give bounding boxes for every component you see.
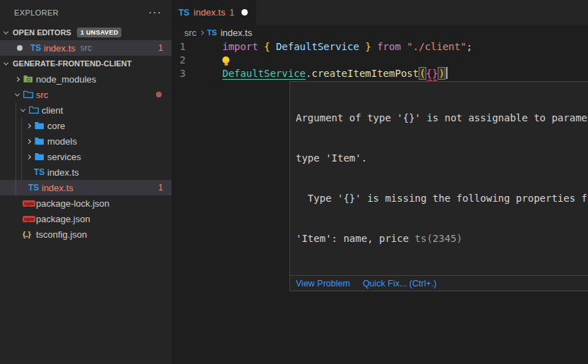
unsaved-badge: 1 UNSAVED [77, 28, 122, 37]
tree-item-index-ts-src[interactable]: TS index.ts 1 [0, 180, 172, 195]
node-modules-folder-icon [23, 73, 36, 85]
module-string: "./client" [407, 41, 466, 52]
tree-item-label: models [47, 136, 77, 147]
paren-close: ) [438, 67, 445, 80]
indent-guide [16, 102, 16, 195]
tree-item-label: src [36, 90, 48, 100]
tree-item-label: node_modules [36, 74, 96, 85]
open-editor-path: src [80, 43, 92, 53]
breadcrumb: src TS index.ts [172, 25, 588, 40]
tab-error-count: 1 [229, 8, 234, 18]
workspace-label: GENERATE-FRONTEND-CLIENT [13, 59, 131, 68]
tree-item-services[interactable]: services [0, 149, 172, 164]
typescript-file-icon: TS [30, 43, 44, 53]
brace-open: { [264, 41, 276, 52]
tree-item-index-ts-client[interactable]: TS index.ts [0, 164, 172, 180]
quick-fix-link[interactable]: Quick Fix... (Ctrl+.) [363, 279, 437, 289]
more-actions-icon[interactable]: ··· [148, 9, 162, 16]
tree-item-package-lock-json[interactable]: npm package-lock.json [0, 195, 172, 211]
semicolon: ; [467, 41, 472, 52]
open-editors-label: OPEN EDITORS [13, 28, 71, 37]
tree-item-tsconfig-json[interactable]: {..} tsconfig.json [0, 226, 172, 242]
lightbulb-icon[interactable] [222, 56, 229, 63]
error-message-line: Argument of type '{}' is not assignable … [296, 111, 588, 125]
code-line-content: import { DefaultService } from "./client… [186, 40, 472, 54]
chevron-right-icon[interactable] [23, 124, 34, 128]
import-identifier: DefaultService [276, 41, 359, 52]
unsaved-dot-icon[interactable] [241, 9, 248, 16]
breadcrumb-file[interactable]: index.ts [220, 28, 252, 38]
empty-object-arg: {} [426, 68, 438, 79]
service-identifier[interactable]: DefaultService [222, 68, 306, 79]
tree-item-label: core [47, 121, 65, 131]
line-number: 3 [172, 67, 186, 80]
typescript-file-icon: TS [179, 8, 189, 18]
open-editors-section-header[interactable]: OPEN EDITORS 1 UNSAVED [0, 25, 172, 40]
tree-item-models[interactable]: models [0, 133, 172, 149]
folder-icon [34, 135, 47, 147]
workspace-section-header[interactable]: GENERATE-FRONTEND-CLIENT [0, 56, 172, 71]
tree-item-label: client [42, 105, 63, 116]
modified-indicator-dot [156, 92, 162, 97]
tree-item-client[interactable]: client [0, 102, 172, 118]
breadcrumb-folder[interactable]: src [184, 28, 196, 38]
error-count-badge: 1 [158, 183, 172, 193]
error-message: Argument of type '{}' is not assignable … [290, 82, 588, 275]
code-line-content [186, 54, 229, 67]
brace-close: } [359, 41, 377, 52]
npm-file-icon: npm [23, 216, 36, 222]
error-count-badge: 1 [158, 43, 172, 53]
folder-icon [34, 120, 47, 131]
chevron-down-icon[interactable] [11, 93, 23, 97]
typescript-file-icon: TS [28, 183, 42, 193]
tree-item-package-json[interactable]: npm package.json [0, 211, 172, 226]
chevron-right-icon[interactable] [23, 155, 34, 159]
method-name: createItemItemPost [311, 68, 419, 79]
error-code: ts(2345) [415, 233, 462, 244]
code-line-1: 1 import { DefaultService } from "./clie… [172, 40, 588, 54]
code-line-3: 3 DefaultService.createItemItemPost({}) [172, 67, 588, 80]
tab-index-ts[interactable]: TS index.ts 1 [172, 0, 256, 25]
npm-icon-text: npm [23, 200, 35, 207]
code-editor[interactable]: 1 import { DefaultService } from "./clie… [172, 40, 588, 80]
folder-open-icon [23, 89, 36, 100]
modified-dot-icon[interactable] [17, 45, 30, 51]
keyword-from: from [377, 41, 407, 52]
tab-filename: index.ts [193, 7, 225, 18]
npm-file-icon: npm [23, 200, 36, 207]
json-config-file-icon: {..} [23, 230, 36, 238]
tree-item-label: package-lock.json [36, 198, 109, 209]
line-number: 1 [172, 40, 186, 54]
chevron-right-icon[interactable] [23, 140, 34, 143]
error-message-line: 'Item': name, price ts(2345) [296, 232, 588, 245]
tree-item-label: package.json [36, 214, 90, 224]
open-editor-filename: index.ts [44, 43, 76, 54]
tree-item-core[interactable]: core [0, 118, 172, 133]
open-editor-item-index-ts[interactable]: TS index.ts src 1 [0, 40, 172, 56]
view-problem-link[interactable]: View Problem [296, 279, 350, 289]
chevron-down-icon[interactable] [0, 31, 11, 35]
indent-guide [21, 118, 22, 180]
typescript-file-icon: TS [207, 28, 217, 37]
tree-item-label: index.ts [47, 167, 79, 178]
keyword-import: import [222, 41, 264, 52]
error-message-tail: 'Item': name, price [296, 233, 415, 244]
text-cursor [446, 67, 448, 79]
tree-item-label: tsconfig.json [36, 229, 87, 240]
folder-icon [34, 151, 47, 162]
chevron-down-icon[interactable] [17, 109, 28, 112]
tree-item-label: index.ts [42, 183, 73, 193]
code-line-content: DefaultService.createItemItemPost({}) [186, 67, 448, 80]
hover-actions: View Problem Quick Fix... (Ctrl+.) [290, 275, 588, 291]
tree-item-src[interactable]: src [0, 87, 172, 102]
json-icon-text: {..} [23, 230, 30, 238]
tree-item-node-modules[interactable]: node_modules [0, 71, 172, 87]
code-line-2: 2 [172, 54, 588, 67]
npm-icon-text: npm [23, 216, 35, 222]
chevron-right-icon[interactable] [11, 78, 23, 81]
error-message-line: type 'Item'. [296, 152, 588, 165]
tab-bar: TS index.ts 1 [172, 0, 588, 25]
error-message-line: Type '{}' is missing the following prope… [296, 192, 588, 205]
chevron-down-icon[interactable] [0, 62, 11, 66]
explorer-header: EXPLORER ··· [0, 0, 172, 25]
